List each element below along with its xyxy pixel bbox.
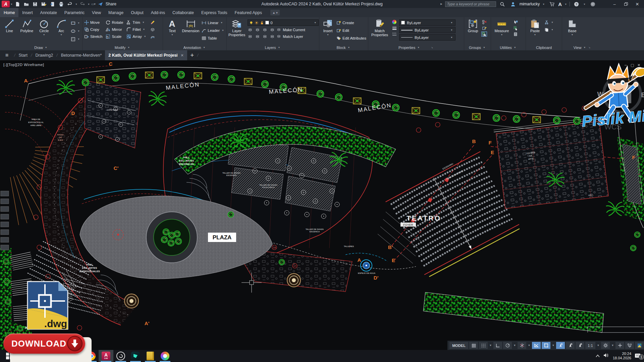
rotate-button[interactable]: Rotate [106,19,123,25]
logo-caret-icon[interactable]: ▼ [10,3,13,5]
layer-unisolate-icon[interactable] [255,34,261,39]
panel-label-clipboard[interactable]: Clipboard [526,45,562,50]
ortho-mode-toggle[interactable] [493,342,502,349]
cut-button[interactable]: ▼ [544,19,554,25]
viewport-controls-label[interactable]: [-][Top][2D Wireframe] [3,63,44,67]
linetype-icon[interactable] [391,32,397,37]
tab-parametric[interactable]: Parametric [61,8,88,17]
tab-home[interactable]: Home [0,8,18,17]
annotation-monitor-toggle[interactable] [615,342,624,349]
taskbar-design-icon[interactable] [158,350,172,362]
username[interactable]: mimarlucky [520,2,540,6]
autodesk-a-icon[interactable]: A [558,1,562,7]
undo-caret-icon[interactable]: ▼ [74,3,78,5]
mirror-button[interactable]: Mirror [106,26,123,32]
taskbar-autocad-icon[interactable]: ACAD [99,350,113,362]
isodraft-toggle[interactable] [518,342,526,349]
notification-icon[interactable]: 1 [635,353,641,359]
move-button[interactable]: Move [84,19,102,25]
open-folder-icon[interactable] [22,0,31,8]
share-label[interactable]: Share [106,2,116,6]
panel-label-modify[interactable]: Modify▼ [83,45,163,50]
layer-properties-button[interactable]: LayerProperties [228,18,245,45]
download-button[interactable]: DOWNLOAD [3,334,85,354]
tray-volume-icon[interactable] [603,353,609,359]
array-button[interactable]: Array▼ [126,34,147,39]
text-button[interactable]: Text▼ [165,18,180,45]
circle-button[interactable]: Circle▼ [36,18,52,45]
layer-thaw-icon[interactable] [262,34,268,39]
tab-collaborate[interactable]: Collaborate [169,8,198,17]
panel-label-utilities[interactable]: Utilities▼ [491,45,526,50]
taskbar-obs-icon[interactable] [113,350,128,362]
plot-icon[interactable] [57,0,66,8]
ribbon-collapse-button[interactable]: ▲ ▾ [270,10,280,15]
tab-featured-apps[interactable]: Featured Apps [231,8,266,17]
graphics-performance-button[interactable] [635,342,644,349]
snap-caret-icon[interactable]: ▼ [489,342,492,349]
minimize-button[interactable]: – [610,0,619,8]
osnap-caret-icon[interactable]: ▼ [551,342,555,349]
block-create-button[interactable]: Create [336,20,366,25]
undo-icon[interactable] [66,0,74,8]
trim-button[interactable]: Trim▼ [126,19,147,25]
layer-isolate-icon[interactable] [255,27,261,32]
panel-label-layers[interactable]: Layers▼ [227,45,319,50]
isolate-objects-button[interactable] [625,342,634,349]
ungroup-button[interactable] [481,19,487,24]
polar-caret-icon[interactable]: ▼ [513,342,517,349]
isodraft-caret-icon[interactable]: ▼ [527,342,531,349]
group-edit-button[interactable] [481,25,487,31]
redo-caret-icon[interactable]: ▼ [87,3,91,5]
site-plan-drawing[interactable]: ACDC'BFEFB'AED'A'1817 MALECÓN MALECÓN MA… [0,60,644,350]
layer-dropdown[interactable]: 0 ▼ [248,19,319,26]
file-tab-start[interactable]: Start [15,50,31,60]
lineweight-icon[interactable] [391,25,397,31]
stretch-button[interactable]: Stretch [84,34,102,39]
grid-display-toggle[interactable] [469,342,478,349]
open-web-mobile-icon[interactable] [48,0,57,8]
file-tab-betonarme[interactable]: Betonarme-Merdiven* [58,50,105,60]
annotation-autoscale-toggle[interactable] [566,342,575,349]
panel-label-annotation[interactable]: Annotation▼ [163,45,226,50]
object-color-dropdown[interactable]: ByLayer▼ [399,19,455,26]
lineweight-dropdown[interactable]: ByLayer▼ [399,27,455,33]
save-as-icon[interactable] [40,0,48,8]
match-properties-button[interactable]: MatchProperties [370,18,389,45]
panel-label-block[interactable]: Block▼ [319,45,368,50]
arc-button[interactable]: Arc▼ [54,18,69,45]
annotation-visibility-toggle[interactable] [556,342,565,349]
copy-clip-button[interactable]: ▼ [544,27,554,33]
panel-label-view[interactable]: View▼↘ [562,45,602,50]
block-edit-button[interactable]: Edit [336,27,366,33]
restore-button[interactable] [621,0,631,8]
file-tab-drawing2[interactable]: Drawing2 [32,50,56,60]
save-icon[interactable] [31,0,40,8]
dimension-button[interactable]: Dimension [181,18,200,45]
object-snap-toggle[interactable] [542,342,550,349]
model-space-toggle[interactable]: MODEL [449,342,468,349]
search-icon[interactable] [498,0,507,8]
tab-insert[interactable]: Insert [18,8,36,17]
layer-lock-icon[interactable] [270,27,275,32]
scale-caret-icon[interactable]: ▼ [596,342,600,349]
tab-manage[interactable]: Manage [105,8,127,17]
new-drawing-button[interactable]: + [187,50,197,60]
rectangle-button[interactable]: ▼ [71,20,80,26]
make-current-button[interactable]: Make Current [277,27,305,33]
autodesk-caret-icon[interactable]: ▼ [564,3,568,5]
search-input[interactable] [445,1,496,7]
panel-label-properties[interactable]: Properties▼↘ [368,45,464,50]
tab-annotate[interactable]: Annotate [37,8,61,17]
match-layer-button[interactable]: Match Layer [277,34,303,39]
line-button[interactable]: Line [2,18,17,45]
customize-quick-access-icon[interactable]: ▭▾ [91,2,96,6]
layer-off-icon[interactable] [248,27,253,32]
offset-button[interactable] [150,34,155,39]
base-button[interactable]: Base▼ [564,18,581,45]
measure-button[interactable]: Measure▼ [493,18,511,45]
taskbar-notes-icon[interactable] [143,350,158,362]
select-similar-button[interactable] [513,25,518,31]
copy-button[interactable]: Copy [84,26,102,32]
scale-button[interactable]: Scale [106,34,123,39]
